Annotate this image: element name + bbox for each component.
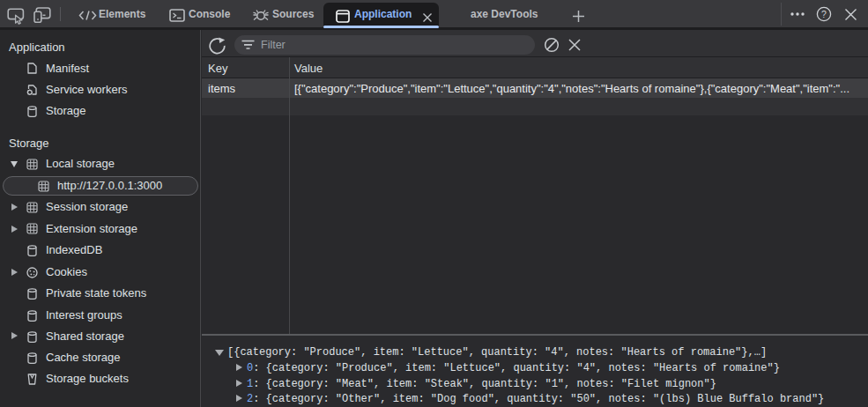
svg-text:?: ?	[821, 9, 827, 19]
